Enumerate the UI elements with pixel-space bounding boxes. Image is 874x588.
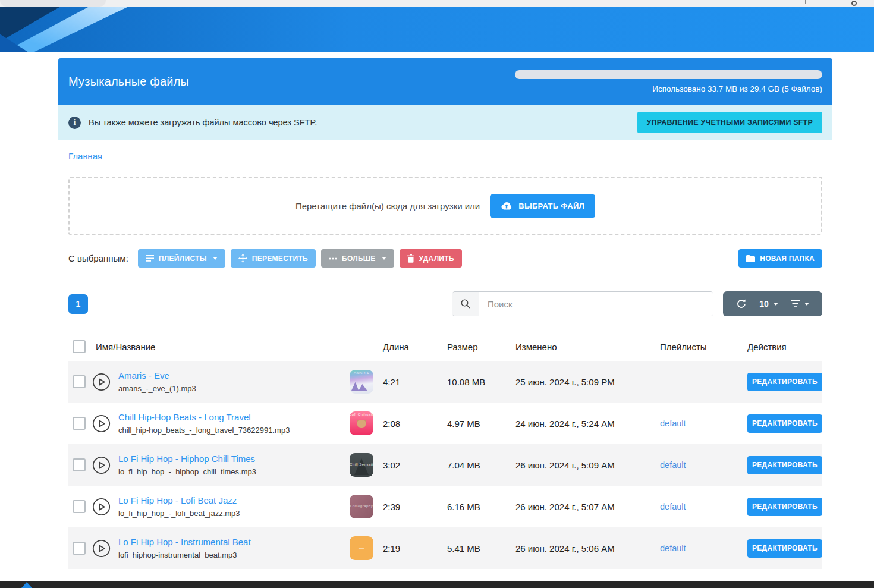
actions-cell: РЕДАКТИРОВАТЬ [747, 539, 822, 558]
row-checkbox[interactable] [73, 458, 86, 471]
actions-cell: РЕДАКТИРОВАТЬ [747, 373, 822, 391]
actions-cell: РЕДАКТИРОВАТЬ [747, 456, 822, 474]
sort-icon [791, 300, 800, 307]
file-playlists: default [660, 418, 747, 429]
col-header-length: Длина [383, 342, 447, 352]
play-button[interactable] [90, 456, 112, 474]
music-files-card: Музыкальные файлы Использовано 33.7 MB и… [58, 58, 832, 577]
file-filename: lo_fi_hip_hop_-_lofi_beat_jazz.mp3 [118, 509, 344, 518]
file-modified: 24 июн. 2024 г., 5:24 AM [515, 419, 660, 429]
dropzone-text: Перетащите файл(ы) сюда для загрузки или [295, 201, 480, 211]
play-button[interactable] [90, 414, 112, 433]
footer-logo-fragment [21, 582, 32, 588]
row-checkbox[interactable] [73, 500, 86, 513]
table-row: Chill Hip-Hop Beats - Long Travel chill_… [68, 403, 822, 444]
refresh-button[interactable] [736, 298, 747, 309]
album-art-thumbnail: Lomography [350, 495, 373, 518]
thumbnail-cell: Lofi Chihuahua [350, 411, 383, 435]
browser-profile-icon [851, 1, 857, 6]
folder-icon [746, 255, 755, 262]
thumbnail-cell: Chill Sensation [350, 453, 383, 477]
play-button[interactable] [90, 539, 112, 558]
table-body: Amaris - Eve amaris_-_eve_(1).mp3 AMARIS… [68, 361, 822, 569]
edit-button[interactable]: РЕДАКТИРОВАТЬ [747, 373, 822, 391]
thumbnail-art [351, 381, 372, 391]
col-header-playlists: Плейлисты [660, 342, 747, 352]
sftp-info-text: Вы также можете загружать файлы массово … [89, 118, 317, 127]
file-modified: 25 июн. 2024 г., 5:09 PM [515, 377, 660, 387]
file-name-cell: Chill Hip-Hop Beats - Long Travel chill_… [112, 412, 350, 435]
album-art-thumbnail: Chill Sensation [350, 453, 373, 477]
table-header-row: Имя/Название Длина Размер Изменено Плейл… [68, 332, 822, 361]
file-title-link[interactable]: Lo Fi Hip Hop - Hiphop Chill Times [118, 454, 344, 464]
col-header-size: Размер [447, 342, 515, 352]
edit-button[interactable]: РЕДАКТИРОВАТЬ [747, 414, 822, 433]
table-row: Lo Fi Hip Hop - Hiphop Chill Times lo_fi… [68, 444, 822, 486]
choose-file-button[interactable]: ВЫБРАТЬ ФАЙЛ [490, 194, 595, 218]
edit-button[interactable]: РЕДАКТИРОВАТЬ [747, 498, 822, 516]
file-filename: amaris_-_eve_(1).mp3 [118, 384, 344, 393]
file-title-link[interactable]: Lo Fi Hip Hop - Instrumental Beat [118, 537, 344, 547]
bulk-actions-label: С выбранным: [68, 253, 128, 263]
album-art-thumbnail: Lofi Chihuahua [350, 411, 373, 435]
file-length: 4:21 [383, 377, 447, 387]
file-modified: 26 июн. 2024 г., 5:09 AM [515, 460, 660, 470]
move-button[interactable]: ПЕРЕМЕСТИТЬ [231, 249, 316, 268]
thumbnail-cell: — [350, 536, 383, 560]
more-button[interactable]: БОЛЬШЕ [321, 249, 394, 268]
page-banner [0, 7, 874, 52]
thumbnail-art [357, 420, 366, 428]
file-title-link[interactable]: Chill Hip-Hop Beats - Long Travel [118, 412, 344, 422]
cloud-upload-icon [501, 202, 513, 210]
file-length: 2:19 [383, 543, 447, 554]
manage-sftp-accounts-button[interactable]: УПРАВЛЕНИЕ УЧЕТНЫМИ ЗАПИСЯМИ SFTP [637, 112, 822, 133]
file-playlists: default [660, 501, 747, 512]
thumbnail-cell: Lomography [350, 495, 383, 518]
play-button[interactable] [90, 498, 112, 516]
row-checkbox[interactable] [73, 417, 86, 430]
toolbar-row: 1 10 [68, 291, 822, 316]
edit-button[interactable]: РЕДАКТИРОВАТЬ [747, 539, 822, 558]
play-button[interactable] [90, 373, 112, 391]
actions-cell: РЕДАКТИРОВАТЬ [747, 414, 822, 433]
file-name-cell: Amaris - Eve amaris_-_eve_(1).mp3 [112, 370, 350, 393]
storage-caption: Использовано 33.7 MB из 29.4 GB (5 Файло… [652, 84, 822, 93]
storage-usage: Использовано 33.7 MB из 29.4 GB (5 Файло… [515, 70, 822, 93]
per-page-select[interactable]: 10 [759, 299, 778, 309]
actions-cell: РЕДАКТИРОВАТЬ [747, 498, 822, 516]
page-title: Музыкальные файлы [68, 75, 189, 89]
delete-button[interactable]: УДАЛИТЬ [400, 249, 462, 268]
col-header-name: Имя/Название [90, 342, 350, 352]
file-title-link[interactable]: Lo Fi Hip Hop - Lofi Beat Jazz [118, 495, 344, 505]
browser-chrome-fragment [805, 0, 806, 4]
table-row: Lo Fi Hip Hop - Instrumental Beat lofi_h… [68, 527, 822, 569]
file-playlists: default [660, 460, 747, 470]
upload-dropzone[interactable]: Перетащите файл(ы) сюда для загрузки или… [68, 177, 822, 235]
row-checkbox[interactable] [73, 542, 86, 555]
edit-button[interactable]: РЕДАКТИРОВАТЬ [747, 456, 822, 474]
new-folder-button[interactable]: НОВАЯ ПАПКА [738, 249, 822, 268]
move-icon [238, 254, 247, 263]
pagination-page-1[interactable]: 1 [68, 294, 88, 314]
file-length: 2:39 [383, 502, 447, 512]
chevron-down-icon [804, 303, 809, 306]
col-header-modified: Изменено [515, 342, 660, 352]
trash-icon [407, 254, 414, 263]
breadcrumb-home[interactable]: Главная [68, 151, 102, 161]
chevron-down-icon [774, 303, 778, 306]
sort-select[interactable] [791, 300, 809, 307]
chevron-down-icon [382, 257, 386, 260]
list-controls-group: 10 [723, 291, 822, 316]
search-group [452, 291, 713, 316]
playlists-button[interactable]: ПЛЕЙЛИСТЫ [138, 249, 225, 268]
search-input[interactable] [479, 292, 713, 316]
card-header: Музыкальные файлы Использовано 33.7 MB и… [58, 58, 832, 105]
storage-progress-bar [515, 70, 822, 79]
file-playlists: default [660, 543, 747, 554]
file-length: 2:08 [383, 419, 447, 429]
file-title-link[interactable]: Amaris - Eve [118, 370, 344, 381]
file-size: 10.08 MB [447, 377, 515, 387]
file-size: 4.97 MB [447, 419, 515, 429]
row-checkbox[interactable] [73, 375, 86, 388]
select-all-checkbox[interactable] [73, 340, 86, 353]
